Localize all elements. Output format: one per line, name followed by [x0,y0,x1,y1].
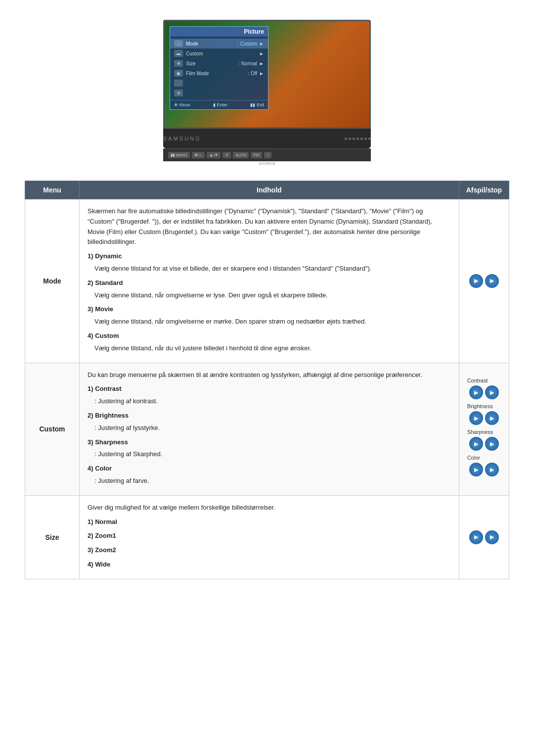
menu-size-value: : Normal [238,61,257,66]
extra-icon1 [174,80,183,87]
table-row-custom: Custom Du kan bruge menuerne på skærmen … [25,363,509,495]
content-table-section: Menu Indhold Afspil/stop Mode Skærmen ha… [0,181,534,599]
sharpness-play-icon-2: ▶ [485,437,499,451]
custom-section2-body: : Justering af lysstyrke. [88,423,451,433]
custom-section4-title: 4) Color [88,464,451,474]
auto-button[interactable]: AUTO [233,152,249,158]
menu-item-extra2: ⚙ [170,88,268,98]
sharpness-play-label: Sharpness [467,429,501,435]
color-play-icons: ▶ ▶ [467,463,501,476]
custom-section2-title: 2) Brightness [88,411,451,421]
mode-section1-title: 1) Dynamic [88,251,451,262]
menu-cell-size: Size [25,495,80,579]
sharpness-play-icon-1: ▶ [469,437,483,451]
mode-section3-title: 3) Movie [88,304,451,315]
mode-icon: ☼ [174,40,183,47]
custom-intro: Du kan bruge menuerne på skærmen til at … [88,370,451,380]
color-play-icon-2: ▶ [485,463,499,476]
menu-custom-label: Custom [186,51,257,56]
size-section2-title: 2) Zoom1 [88,531,451,541]
menu-size-label: Size [186,61,238,66]
color-playback-group: Color ▶ ▶ [467,455,501,476]
table-row-size: Size Giver dig mulighed for at vælge mel… [25,495,509,579]
tv-controls-bar: ▮▮ MENU ☸/☼ ▲/▼ ↺ AUTO PIP ○ [163,148,371,161]
contrast-play-icons: ▶ ▶ [467,385,501,399]
power-button[interactable]: ○ [264,152,271,158]
contrast-play-icon-1: ▶ [469,385,483,399]
menu-mode-label: Mode [186,41,237,47]
brightness-play-icons: ▶ ▶ [467,411,501,425]
menu-item-filmmode: ▣ Film Mode : Off ► [170,68,268,78]
header-content: Indhold [80,181,459,199]
mode-label: Mode [43,277,61,285]
custom-section3-title: 3) Sharpness [88,437,451,448]
dot6 [364,138,367,140]
header-menu: Menu [25,181,80,199]
tv-display: Picture ☼ Mode : Custom ► ▬ Custom ► [163,20,371,166]
menu-cell-custom: Custom [25,363,80,495]
contrast-play-icon-2: ▶ [485,385,499,399]
extra-icon2: ⚙ [174,90,183,96]
samsung-logo: SAMSUNG [163,136,201,142]
menu-item-extra1 [170,78,268,88]
size-icon: ✥ [174,60,183,67]
volume-button[interactable]: ▲/▼ [207,152,221,158]
source-label: SOURCE [163,161,371,166]
tv-screenshot: Picture ☼ Mode : Custom ► ▬ Custom ► [0,0,534,181]
mode-play-icon-1: ▶ [469,274,483,288]
dot7 [368,138,371,140]
size-intro: Giver dig mulighed for at vælge mellem f… [88,503,451,513]
dot2 [349,138,351,140]
custom-section1-title: 1) Contrast [88,384,451,394]
color-play-label: Color [467,455,501,461]
contrast-play-label: Contrast [467,378,501,383]
table-row-mode: Mode Skærmen har fire automatiske billed… [25,199,509,363]
menu-item-mode: ☼ Mode : Custom ► [170,39,268,48]
tv-screen: Picture ☼ Mode : Custom ► ▬ Custom ► [163,20,371,129]
brightness-button[interactable]: ☸/☼ [192,152,205,158]
menu-cell-mode: Mode [25,199,80,363]
menu-filmmode-value: : Off [248,71,257,76]
brightness-playback-group: Brightness ▶ ▶ [467,403,501,425]
menu-filmmode-arrow: ► [259,71,264,76]
footer-enter: ▮ Enter [213,102,227,107]
pip-button[interactable]: PIP [251,152,262,158]
source-cycle-button[interactable]: ↺ [222,152,231,158]
footer-move: ✙ Move [174,102,190,107]
mode-section4-body: Vælg denne tilstand, når du vil justere … [88,343,451,354]
header-playback: Afspil/stop [459,181,509,199]
menu-mode-value: : Custom [237,41,257,47]
custom-icon: ▬ [174,50,183,57]
contrast-playback-group: Contrast ▶ ▶ [467,378,501,399]
size-play-icons: ▶ ▶ [467,530,501,544]
sharpness-playback-group: Sharpness ▶ ▶ [467,429,501,451]
menu-title: Picture [170,27,268,37]
mode-section4-title: 4) Custom [88,331,451,341]
color-play-icon-1: ▶ [469,463,483,476]
brightness-play-icon-1: ▶ [469,411,483,425]
mode-section1-body: Vælg denne tilstand for at vise et bille… [88,264,451,274]
size-label: Size [45,533,59,541]
tv-body: SAMSUNG [163,129,371,148]
main-table: Menu Indhold Afspil/stop Mode Skærmen ha… [25,181,509,579]
custom-section1-body: : Justering af kontrast. [88,396,451,407]
mode-play-icon-2: ▶ [485,274,499,288]
brightness-play-icon-2: ▶ [485,411,499,425]
menu-filmmode-label: Film Mode [186,71,248,76]
playback-cell-custom: Contrast ▶ ▶ Brightness ▶ ▶ [459,363,509,495]
custom-section4-body: : Justering af farve. [88,476,451,486]
size-section4-title: 4) Wide [88,560,451,570]
mode-section3-body: Vælg denne tilstand, når omgivelserne er… [88,317,451,327]
sharpness-play-icons: ▶ ▶ [467,437,501,451]
menu-size-arrow: ► [259,61,264,66]
dots-indicator [345,138,371,140]
dot4 [356,138,359,140]
dot5 [360,138,363,140]
dot1 [345,138,347,140]
size-play-icon-1: ▶ [469,530,483,544]
menu-button[interactable]: ▮▮ MENU [168,152,190,158]
menu-mode-arrow: ► [259,41,264,47]
custom-section3-body: : Justering af Skarphed. [88,449,451,460]
menu-item-size: ✥ Size : Normal ► [170,58,268,68]
mode-intro: Skærmen har fire automatiske billedindst… [88,206,451,247]
